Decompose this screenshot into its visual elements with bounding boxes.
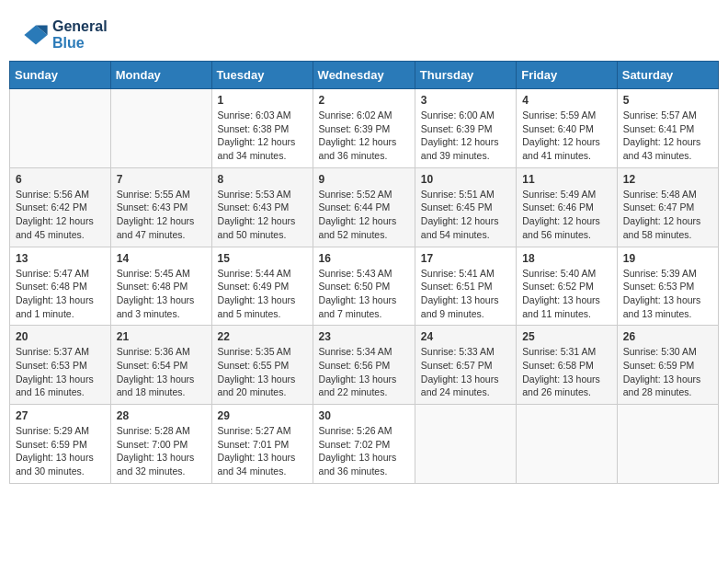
calendar-cell: 18Sunrise: 5:40 AM Sunset: 6:52 PM Dayli…: [517, 247, 617, 326]
day-number: 4: [522, 94, 610, 107]
day-info: Sunrise: 6:02 AM Sunset: 6:39 PM Dayligh…: [319, 109, 409, 163]
calendar-cell: 8Sunrise: 5:53 AM Sunset: 6:43 PM Daylig…: [211, 167, 313, 247]
day-info: Sunrise: 5:55 AM Sunset: 6:43 PM Dayligh…: [117, 188, 206, 242]
calendar-cell: 15Sunrise: 5:44 AM Sunset: 6:49 PM Dayli…: [211, 247, 313, 326]
day-number: 5: [623, 94, 712, 107]
day-number: 26: [623, 330, 712, 343]
logo-text: General Blue: [52, 18, 108, 52]
day-info: Sunrise: 5:39 AM Sunset: 6:53 PM Dayligh…: [623, 267, 712, 321]
day-number: 9: [319, 173, 409, 186]
calendar-cell: 29Sunrise: 5:27 AM Sunset: 7:01 PM Dayli…: [211, 405, 313, 484]
calendar-week-row: 6Sunrise: 5:56 AM Sunset: 6:42 PM Daylig…: [10, 167, 719, 247]
day-number: 30: [319, 409, 409, 422]
day-number: 10: [421, 173, 510, 186]
day-info: Sunrise: 6:03 AM Sunset: 6:38 PM Dayligh…: [218, 109, 307, 163]
day-number: 24: [421, 330, 510, 343]
day-info: Sunrise: 5:27 AM Sunset: 7:01 PM Dayligh…: [218, 424, 307, 478]
calendar-cell: 13Sunrise: 5:47 AM Sunset: 6:48 PM Dayli…: [10, 247, 111, 326]
page-header: General Blue: [9, 9, 719, 56]
calendar-cell: 10Sunrise: 5:51 AM Sunset: 6:45 PM Dayli…: [415, 167, 516, 247]
calendar-cell: 9Sunrise: 5:52 AM Sunset: 6:44 PM Daylig…: [313, 167, 415, 247]
day-info: Sunrise: 5:31 AM Sunset: 6:58 PM Dayligh…: [522, 345, 610, 399]
calendar-cell: 30Sunrise: 5:26 AM Sunset: 7:02 PM Dayli…: [313, 405, 415, 484]
day-info: Sunrise: 5:29 AM Sunset: 6:59 PM Dayligh…: [16, 424, 105, 478]
calendar-cell: 23Sunrise: 5:34 AM Sunset: 6:56 PM Dayli…: [313, 326, 415, 405]
day-info: Sunrise: 5:53 AM Sunset: 6:43 PM Dayligh…: [218, 188, 307, 242]
logo: General Blue: [23, 18, 108, 52]
calendar-cell: 16Sunrise: 5:43 AM Sunset: 6:50 PM Dayli…: [313, 247, 415, 326]
day-number: 14: [117, 252, 206, 265]
weekday-header: Sunday: [10, 62, 111, 89]
day-info: Sunrise: 5:52 AM Sunset: 6:44 PM Dayligh…: [319, 188, 409, 242]
calendar-cell: [517, 405, 617, 484]
calendar-cell: 2Sunrise: 6:02 AM Sunset: 6:39 PM Daylig…: [313, 89, 415, 168]
calendar-cell: 6Sunrise: 5:56 AM Sunset: 6:42 PM Daylig…: [10, 167, 111, 247]
calendar-cell: 5Sunrise: 5:57 AM Sunset: 6:41 PM Daylig…: [617, 89, 718, 168]
day-info: Sunrise: 5:45 AM Sunset: 6:48 PM Dayligh…: [117, 267, 206, 321]
day-number: 28: [117, 409, 206, 422]
calendar-cell: 4Sunrise: 5:59 AM Sunset: 6:40 PM Daylig…: [517, 89, 617, 168]
calendar-cell: [617, 405, 718, 484]
day-number: 21: [117, 330, 206, 343]
day-number: 3: [421, 94, 510, 107]
day-number: 23: [319, 330, 409, 343]
calendar-cell: 11Sunrise: 5:49 AM Sunset: 6:46 PM Dayli…: [517, 167, 617, 247]
day-number: 7: [117, 173, 206, 186]
day-info: Sunrise: 5:36 AM Sunset: 6:54 PM Dayligh…: [117, 345, 206, 399]
day-number: 29: [218, 409, 307, 422]
day-number: 13: [16, 252, 105, 265]
calendar-cell: 26Sunrise: 5:30 AM Sunset: 6:59 PM Dayli…: [617, 326, 718, 405]
calendar-cell: 1Sunrise: 6:03 AM Sunset: 6:38 PM Daylig…: [211, 89, 313, 168]
day-info: Sunrise: 6:00 AM Sunset: 6:39 PM Dayligh…: [421, 109, 510, 163]
logo-icon: [23, 22, 49, 48]
calendar-cell: 22Sunrise: 5:35 AM Sunset: 6:55 PM Dayli…: [211, 326, 313, 405]
calendar-cell: 28Sunrise: 5:28 AM Sunset: 7:00 PM Dayli…: [110, 405, 211, 484]
day-info: Sunrise: 5:47 AM Sunset: 6:48 PM Dayligh…: [16, 267, 105, 321]
calendar-week-row: 1Sunrise: 6:03 AM Sunset: 6:38 PM Daylig…: [10, 89, 719, 168]
weekday-header: Friday: [517, 62, 617, 89]
day-info: Sunrise: 5:57 AM Sunset: 6:41 PM Dayligh…: [623, 109, 712, 163]
calendar-cell: 19Sunrise: 5:39 AM Sunset: 6:53 PM Dayli…: [617, 247, 718, 326]
day-number: 18: [522, 252, 610, 265]
weekday-header: Monday: [110, 62, 211, 89]
calendar-header-row: SundayMondayTuesdayWednesdayThursdayFrid…: [10, 62, 719, 89]
day-info: Sunrise: 5:49 AM Sunset: 6:46 PM Dayligh…: [522, 188, 610, 242]
day-number: 1: [218, 94, 307, 107]
calendar-cell: 21Sunrise: 5:36 AM Sunset: 6:54 PM Dayli…: [110, 326, 211, 405]
day-number: 27: [16, 409, 105, 422]
day-info: Sunrise: 5:44 AM Sunset: 6:49 PM Dayligh…: [218, 267, 307, 321]
calendar-cell: 12Sunrise: 5:48 AM Sunset: 6:47 PM Dayli…: [617, 167, 718, 247]
weekday-header: Wednesday: [313, 62, 415, 89]
day-number: 17: [421, 252, 510, 265]
day-info: Sunrise: 5:37 AM Sunset: 6:53 PM Dayligh…: [16, 345, 105, 399]
day-info: Sunrise: 5:43 AM Sunset: 6:50 PM Dayligh…: [319, 267, 409, 321]
calendar-cell: 25Sunrise: 5:31 AM Sunset: 6:58 PM Dayli…: [517, 326, 617, 405]
weekday-header: Saturday: [617, 62, 718, 89]
calendar-table: SundayMondayTuesdayWednesdayThursdayFrid…: [9, 61, 719, 484]
day-number: 15: [218, 252, 307, 265]
day-number: 2: [319, 94, 409, 107]
day-number: 16: [319, 252, 409, 265]
calendar-cell: 24Sunrise: 5:33 AM Sunset: 6:57 PM Dayli…: [415, 326, 516, 405]
calendar-cell: [10, 89, 111, 168]
day-number: 8: [218, 173, 307, 186]
weekday-header: Tuesday: [211, 62, 313, 89]
calendar-week-row: 20Sunrise: 5:37 AM Sunset: 6:53 PM Dayli…: [10, 326, 719, 405]
day-info: Sunrise: 5:51 AM Sunset: 6:45 PM Dayligh…: [421, 188, 510, 242]
day-info: Sunrise: 5:35 AM Sunset: 6:55 PM Dayligh…: [218, 345, 307, 399]
day-info: Sunrise: 5:40 AM Sunset: 6:52 PM Dayligh…: [522, 267, 610, 321]
day-number: 11: [522, 173, 610, 186]
calendar-week-row: 27Sunrise: 5:29 AM Sunset: 6:59 PM Dayli…: [10, 405, 719, 484]
calendar-cell: [110, 89, 211, 168]
calendar-cell: 27Sunrise: 5:29 AM Sunset: 6:59 PM Dayli…: [10, 405, 111, 484]
day-number: 6: [16, 173, 105, 186]
weekday-header: Thursday: [415, 62, 516, 89]
calendar-cell: 17Sunrise: 5:41 AM Sunset: 6:51 PM Dayli…: [415, 247, 516, 326]
day-info: Sunrise: 5:56 AM Sunset: 6:42 PM Dayligh…: [16, 188, 105, 242]
day-info: Sunrise: 5:26 AM Sunset: 7:02 PM Dayligh…: [319, 424, 409, 478]
calendar-cell: 20Sunrise: 5:37 AM Sunset: 6:53 PM Dayli…: [10, 326, 111, 405]
day-info: Sunrise: 5:28 AM Sunset: 7:00 PM Dayligh…: [117, 424, 206, 478]
calendar-cell: 7Sunrise: 5:55 AM Sunset: 6:43 PM Daylig…: [110, 167, 211, 247]
day-number: 22: [218, 330, 307, 343]
day-info: Sunrise: 5:30 AM Sunset: 6:59 PM Dayligh…: [623, 345, 712, 399]
